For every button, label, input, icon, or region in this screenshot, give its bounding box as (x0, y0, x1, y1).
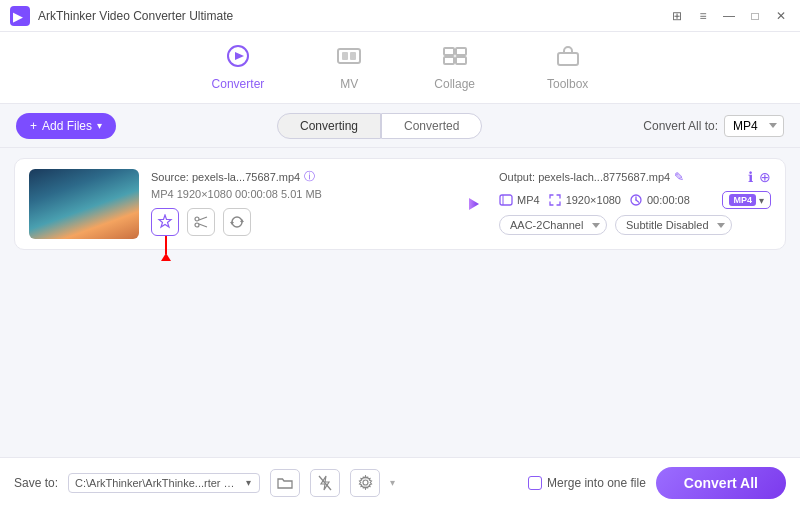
source-text: Source: pexels-la...75687.mp4 (151, 171, 300, 183)
add-files-button[interactable]: + Add Files ▾ (16, 113, 116, 139)
file-meta: MP4 1920×1080 00:00:08 5.01 MB (151, 188, 423, 200)
thumbnail-image (29, 169, 139, 239)
app-title: ArkThinker Video Converter Ultimate (38, 9, 668, 23)
tab-converted[interactable]: Converted (381, 113, 482, 139)
output-resolution-text: 1920×1080 (566, 194, 621, 206)
bottom-bar: Save to: C:\ArkThinker\ArkThinke...rter … (0, 457, 800, 507)
output-label-text: Output: pexels-lach...8775687.mp4 (499, 171, 670, 183)
format-badge-wrapper[interactable]: MP4 ▾ (722, 191, 771, 209)
open-folder-button[interactable] (270, 469, 300, 497)
save-path-text: C:\ArkThinker\ArkThinke...rter Ultimate\… (75, 477, 240, 489)
save-path-dropdown-button[interactable]: ▾ (244, 477, 253, 488)
output-add-icon[interactable]: ⊕ (759, 169, 771, 185)
svg-text:▶: ▶ (13, 9, 23, 24)
settings-chevron-icon: ▾ (390, 477, 395, 488)
svg-point-12 (195, 217, 199, 221)
plus-icon: + (30, 119, 37, 133)
grid-button[interactable]: ⊞ (668, 7, 686, 25)
save-path-box: C:\ArkThinker\ArkThinke...rter Ultimate\… (68, 473, 260, 493)
nav-label-converter: Converter (212, 77, 265, 91)
duration-icon (629, 193, 643, 207)
collage-icon (442, 45, 468, 73)
settings-button[interactable] (350, 469, 380, 497)
flash-off-button[interactable] (310, 469, 340, 497)
svg-marker-19 (469, 198, 479, 210)
svg-rect-10 (456, 57, 466, 64)
svg-point-26 (363, 480, 368, 485)
format-badge: MP4 (729, 194, 756, 206)
folder-icon (277, 476, 293, 490)
format-badge-chevron-icon: ▾ (759, 195, 764, 206)
nav-label-collage: Collage (434, 77, 475, 91)
nav-bar: Converter MV Collage (0, 32, 800, 104)
settings-icon (358, 475, 373, 490)
close-button[interactable]: ✕ (772, 7, 790, 25)
nav-label-mv: MV (340, 77, 358, 91)
file-info-left: Source: pexels-la...75687.mp4 ⓘ MP4 1920… (151, 169, 423, 236)
effects-button[interactable] (151, 208, 179, 236)
output-icons: ℹ ⊕ (748, 169, 771, 185)
audio-channel-select[interactable]: AAC-2Channel AAC-Stereo (499, 215, 607, 235)
nav-item-collage[interactable]: Collage (418, 37, 491, 99)
svg-rect-4 (338, 49, 360, 63)
svg-rect-8 (456, 48, 466, 55)
add-files-label: Add Files (42, 119, 92, 133)
menu-button[interactable]: ≡ (694, 7, 712, 25)
nav-item-toolbox[interactable]: Toolbox (531, 37, 604, 99)
tab-group: Converting Converted (126, 113, 633, 139)
svg-rect-20 (500, 195, 512, 205)
output-format-tag: MP4 (499, 193, 540, 207)
effects-icon (157, 214, 173, 230)
svg-line-14 (199, 217, 207, 220)
scissors-icon (194, 215, 208, 229)
arrow-right-icon (443, 192, 479, 216)
app-logo: ▶ (10, 6, 30, 26)
svg-rect-5 (342, 52, 348, 60)
main-content: Source: pexels-la...75687.mp4 ⓘ MP4 1920… (0, 148, 800, 457)
output-format-row: AAC-2Channel AAC-Stereo Subtitle Disable… (499, 215, 771, 235)
file-actions (151, 208, 423, 236)
output-source-row: Output: pexels-lach...8775687.mp4 ✎ ℹ ⊕ (499, 169, 771, 185)
output-info-icon[interactable]: ℹ (748, 169, 753, 185)
file-row: Source: pexels-la...75687.mp4 ⓘ MP4 1920… (14, 158, 786, 250)
sync-icon (230, 215, 244, 229)
subtitle-select[interactable]: Subtitle Disabled Enable Subtitle (615, 215, 732, 235)
edit-output-icon[interactable]: ✎ (674, 170, 684, 184)
output-meta-row: MP4 1920×1080 00:00:08 (499, 191, 771, 209)
toolbar: + Add Files ▾ Converting Converted Conve… (0, 104, 800, 148)
maximize-button[interactable]: □ (746, 7, 764, 25)
nav-item-converter[interactable]: Converter (196, 37, 281, 99)
title-bar: ▶ ArkThinker Video Converter Ultimate ⊞ … (0, 0, 800, 32)
svg-rect-11 (558, 53, 578, 65)
svg-rect-6 (350, 52, 356, 60)
format-icon (499, 193, 513, 207)
format-select[interactable]: MP4 MKV AVI MOV (724, 115, 784, 137)
merge-checkbox-wrapper: Merge into one file (528, 476, 646, 490)
nav-label-toolbox: Toolbox (547, 77, 588, 91)
output-format-text: MP4 (517, 194, 540, 206)
svg-point-13 (195, 223, 199, 227)
tab-converting[interactable]: Converting (277, 113, 381, 139)
svg-rect-7 (444, 48, 454, 55)
sync-button[interactable] (223, 208, 251, 236)
convert-all-button[interactable]: Convert All (656, 467, 786, 499)
output-resolution-tag: 1920×1080 (548, 193, 621, 207)
svg-line-15 (199, 224, 207, 227)
minimize-button[interactable]: — (720, 7, 738, 25)
video-thumbnail (29, 169, 139, 239)
mv-icon (336, 45, 362, 73)
toolbox-icon (555, 45, 581, 73)
nav-item-mv[interactable]: MV (320, 37, 378, 99)
file-info-right: Output: pexels-lach...8775687.mp4 ✎ ℹ ⊕ … (499, 169, 771, 235)
output-duration-text: 00:00:08 (647, 194, 690, 206)
svg-marker-3 (235, 52, 244, 60)
add-files-chevron-icon: ▾ (97, 120, 102, 131)
output-duration-tag: 00:00:08 (629, 193, 690, 207)
merge-label: Merge into one file (547, 476, 646, 490)
svg-rect-9 (444, 57, 454, 64)
source-info-icon[interactable]: ⓘ (304, 169, 315, 184)
merge-checkbox[interactable] (528, 476, 542, 490)
cut-button[interactable] (187, 208, 215, 236)
flash-off-icon (318, 475, 332, 491)
converter-icon (225, 45, 251, 73)
